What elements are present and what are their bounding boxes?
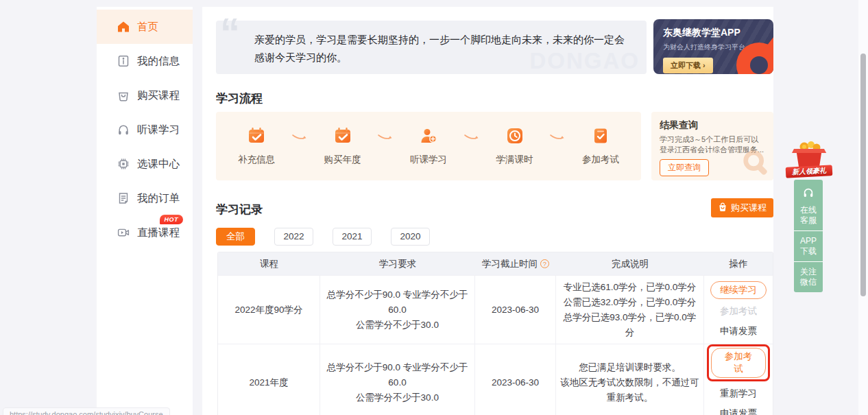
flow-step-label: 补充信息 [238, 154, 275, 166]
newcomer-gift-badge[interactable]: 新人领豪礼 [789, 140, 829, 178]
download-app-button[interactable]: 立即下载 › [663, 58, 713, 73]
col-course: 课程 [218, 258, 320, 270]
sidebar-item-label: 选课中心 [137, 157, 180, 171]
sidebar-item-live-course[interactable]: 直播课程 HOT [97, 215, 193, 250]
completion-line: 该地区无考试次数限制，不通过可重新考试。 [559, 375, 701, 405]
completion-line: 总学分已选93.0学分，已学0.0学分 [559, 310, 701, 340]
requirement-line: 总学分不少于90.0 专业学分不少于60.0 [323, 360, 472, 390]
requirement-line: 总学分不少于90.0 专业学分不少于60.0 [323, 287, 472, 318]
flow-step-label: 参加考试 [582, 154, 619, 166]
sidebar-item-label: 直播课程 [137, 226, 180, 240]
flow-step-listen-study: 听课学习 [410, 127, 447, 166]
arrow-icon [550, 132, 565, 145]
completion-cell: 您已满足培训课时要求。 该地区无考试次数限制，不通过可重新考试。 [556, 344, 704, 415]
sidebar-item-my-orders[interactable]: 我的订单 [97, 181, 193, 215]
col-completion: 完成说明 [556, 258, 704, 270]
help-icon[interactable]: ? [540, 259, 549, 268]
info-card-icon [117, 55, 130, 67]
chip-icon [117, 158, 130, 170]
table-row: 2021年度 总学分不少于90.0 专业学分不少于60.0 公需学分不少于30.… [218, 344, 773, 415]
tab-2020[interactable]: 2020 [391, 228, 430, 246]
order-list-icon [117, 192, 130, 204]
dongao-watermark: DONGAO [530, 48, 640, 74]
gift-banner-label: 新人领豪礼 [786, 165, 833, 178]
scrollbar-thumb[interactable] [860, 54, 866, 296]
deadline-cell: 2023-06-30 [475, 276, 556, 344]
completion-line: 您已满足培训课时要求。 [559, 360, 701, 375]
result-query-card: 结果查询 学习完成3～5个工作日后可以登录江西省会计综合管理服务... 立即查询 [651, 112, 773, 180]
result-query-title: 结果查询 [660, 119, 765, 132]
calendar-check-icon [248, 127, 265, 147]
clock-icon [506, 127, 524, 147]
requirement-cell: 总学分不少于90.0 专业学分不少于60.0 公需学分不少于30.0 [320, 276, 475, 344]
sidebar-item-label: 听课学习 [137, 123, 180, 137]
buy-course-label: 购买课程 [731, 202, 767, 214]
flow-step-supplement-info: 补充信息 [238, 127, 275, 166]
sidebar-item-label: 购买课程 [137, 88, 180, 103]
year-filter-tabs: 全部 2022 2021 2020 [216, 228, 430, 246]
restudy-link[interactable]: 重新学习 [720, 386, 757, 401]
request-invoice-link[interactable]: 申请发票 [720, 406, 757, 415]
hot-badge: HOT [160, 215, 184, 224]
course-cell: 2022年度90学分 [218, 276, 320, 344]
sidebar-item-label: 我的信息 [137, 54, 180, 69]
headphones-icon [117, 123, 130, 136]
sidebar-item-label: 首页 [137, 20, 158, 34]
query-now-button[interactable]: 立即查询 [660, 159, 709, 176]
actions-cell: 继续学习 参加考试 申请发票 [704, 276, 773, 344]
completion-cell: 专业已选61.0学分，已学0.0学分 公需已选32.0学分，已学0.0学分 总学… [556, 276, 704, 344]
sidebar-item-home[interactable]: 首页 [97, 10, 193, 44]
sidebar-item-my-info[interactable]: 我的信息 [97, 44, 193, 78]
follow-wechat-button[interactable]: 关注微信 [794, 261, 823, 292]
learning-flow: 补充信息 购买年度 听课学习 学满课时 [216, 112, 641, 180]
sidebar-item-listen-study[interactable]: 听课学习 [97, 112, 193, 147]
col-actions: 操作 [704, 258, 773, 270]
flow-step-take-exam: 参加考试 [582, 127, 619, 166]
col-deadline: 学习截止时间? [475, 258, 556, 270]
deadline-cell: 2023-06-30 [475, 344, 556, 415]
app-download-button[interactable]: APP下载 [794, 230, 823, 261]
records-table: 课程 学习要求 学习截止时间? 完成说明 操作 2022年度90学分 总学分不少… [217, 252, 773, 415]
arrow-icon [378, 132, 393, 145]
app-download-label: APP下载 [800, 236, 817, 256]
course-cell: 2021年度 [218, 344, 320, 415]
actions-cell: 参加考试 重新学习 申请发票 [704, 344, 773, 415]
flow-step-buy-year: 购买年度 [324, 127, 361, 166]
table-row: 2022年度90学分 总学分不少于90.0 专业学分不少于60.0 公需学分不少… [218, 275, 773, 344]
gift-box-icon [789, 140, 829, 167]
home-icon [117, 21, 130, 33]
request-invoice-link[interactable]: 申请发票 [720, 324, 757, 339]
floating-buttons: 在线客服 APP下载 关注微信 [794, 180, 823, 292]
take-exam-button[interactable]: 参加考试 [711, 348, 766, 378]
sidebar: 首页 我的信息 购买课程 听课学习 选课中心 我的订单 直播课程 H [97, 7, 193, 415]
app-promo-title: 东奥继教学堂APP [663, 27, 773, 39]
requirement-cell: 总学分不少于90.0 专业学分不少于60.0 公需学分不少于30.0 [320, 344, 475, 415]
requirement-line: 公需学分不少于30.0 [323, 318, 472, 333]
person-plus-icon [420, 127, 437, 147]
flow-step-label: 学满课时 [496, 154, 533, 166]
live-video-icon [117, 226, 130, 239]
sidebar-item-buy-course[interactable]: 购买课程 [97, 78, 193, 112]
arrow-icon [292, 132, 307, 145]
status-bar-url: https://study.dongao.com/studyjxjy/buyCo… [3, 407, 170, 415]
app-promo-card: 东奥继教学堂APP 为财会人打造终身学习平台 立即下载 › [653, 19, 773, 74]
flow-step-label: 购买年度 [324, 154, 361, 166]
continue-study-button[interactable]: 继续学习 [710, 281, 767, 299]
online-service-button[interactable]: 在线客服 [794, 180, 823, 230]
take-exam-link-disabled: 参加考试 [720, 304, 757, 319]
magnifier-watermark-icon [740, 147, 772, 180]
col-deadline-label: 学习截止时间 [482, 259, 538, 269]
follow-wechat-label: 关注微信 [800, 267, 817, 287]
tab-all[interactable]: 全部 [216, 228, 255, 246]
quote-icon: “ [220, 12, 240, 52]
flow-step-label: 听课学习 [410, 154, 447, 166]
sidebar-item-course-center[interactable]: 选课中心 [97, 147, 193, 181]
tab-2021[interactable]: 2021 [333, 228, 372, 246]
arrow-icon [464, 132, 479, 145]
main-panel: “ 亲爱的学员，学习是需要长期坚持的，一步一个脚印地走向未来，未来的你一定会感谢… [202, 7, 773, 415]
tab-2022[interactable]: 2022 [274, 228, 313, 246]
buy-course-button[interactable]: 购买课程 [711, 198, 773, 217]
records-section-title: 学习记录 [216, 202, 263, 217]
requirement-line: 公需学分不少于30.0 [323, 390, 472, 405]
calendar-check-icon [334, 127, 352, 147]
